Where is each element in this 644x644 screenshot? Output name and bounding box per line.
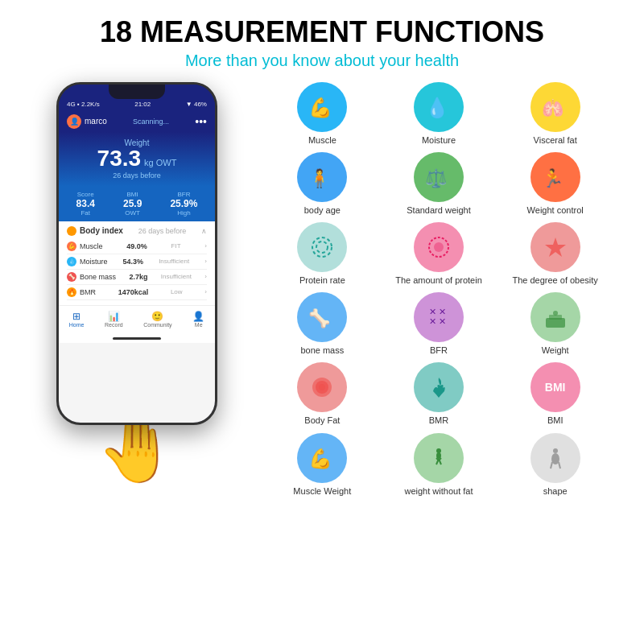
hand-decoration: 🤚 [56,417,217,481]
svg-text:🦴: 🦴 [308,308,331,329]
muscle-icon: 💪 [67,242,76,251]
icon-shape: shape [498,433,612,497]
shape-circle [530,433,580,483]
metric-bone-mass[interactable]: 🦴 Bone mass 2.7kg Insufficient › [67,270,207,285]
body-index-section: Body index 26 days before ∧ 💪 Muscle [59,221,215,305]
stat-bfr: BFR 25.9% High [170,191,197,217]
nav-home[interactable]: ⊞ Home [69,311,85,328]
bmi-label: BMI [547,415,564,426]
metric-muscle[interactable]: 💪 Muscle 49.0% FIT › [67,239,207,254]
muscle-circle: 💪 [297,82,347,132]
svg-text:⚖️: ⚖️ [425,167,448,189]
svg-point-19 [319,384,325,390]
status-right: ▼ 46% [186,101,207,108]
shape-label: shape [543,486,568,497]
nav-me[interactable]: 👤 Me [192,311,204,328]
svg-text:🫁: 🫁 [542,97,564,119]
record-icon: 📊 [105,311,123,322]
protein-rate-label: Protein rate [299,275,345,286]
avatar: 👤 [67,114,81,129]
weight-control-circle: 🏃 [530,152,580,202]
stat-score: Score 83.4 Fat [76,191,95,217]
measurement-icons-grid: 💪 Muscle 💧 Moisture 🫁 Visceral fat 🧍 [258,82,620,497]
icon-bmi: BMI BMI [498,362,612,426]
svg-text:🏃: 🏃 [542,167,564,189]
degree-obesity-label: The degree of obesity [512,275,597,286]
icon-bfr: ✕ ✕ ✕ ✕ BFR [382,292,496,356]
icon-degree-obesity: The degree of obesity [498,222,612,286]
weight-unit: kg OWT [144,158,176,167]
svg-point-7 [316,242,328,253]
body-fat-circle [297,362,347,412]
bmr-label: BMR [429,415,448,426]
metric-bmr[interactable]: 🔥 BMR 1470kcal Low › [67,285,207,300]
icon-bmr: BMR [382,362,496,426]
stat-bmi: BMI 25.9 OWT [123,191,142,217]
svg-text:✕ ✕: ✕ ✕ [429,316,446,326]
menu-dots[interactable]: ••• [195,115,207,128]
body-index-header: Body index 26 days before ∧ [67,226,207,236]
home-icon: ⊞ [69,311,85,322]
weight-control-label: Weight control [527,205,584,216]
phone-wrapper: 4G ▪ 2.2K/s 21:02 ▼ 46% 👤 marco Scanning… [24,82,250,481]
scanning-text: Scanning... [133,118,169,126]
phone-nav: ⊞ Home 📊 Record 🙂 Community [59,305,215,332]
svg-text:💪: 💪 [308,96,332,119]
phone-device: 4G ▪ 2.2K/s 21:02 ▼ 46% 👤 marco Scanning… [56,82,217,425]
svg-point-16 [553,311,558,316]
icon-visceral-fat: 🫁 Visceral fat [498,82,612,146]
body-index-title: Body index [67,226,123,236]
svg-line-29 [551,462,552,469]
weight-display: Weight 73.3 kg OWT 26 days before [59,132,215,186]
bmr-icon: 🔥 [67,287,76,297]
nav-record[interactable]: 📊 Record [105,311,123,328]
protein-rate-circle [297,222,347,272]
svg-text:✕ ✕: ✕ ✕ [429,307,446,316]
amount-protein-circle [414,222,464,272]
icon-bone-mass: 🦴 bone mass [266,292,379,356]
icon-weight: Weight [498,292,612,356]
main-title: 18 MEASUREMENT FUNCTIONS [24,16,620,48]
icon-body-age: 🧍 body age [266,152,379,216]
icon-body-fat: Body Fat [266,362,379,426]
me-icon: 👤 [192,311,204,322]
icon-weight-without-fat: weight without fat [382,433,496,497]
moisture-icon: 💧 [67,257,76,266]
weight-days: 26 days before [67,171,207,180]
svg-point-6 [312,237,332,257]
svg-text:💧: 💧 [425,96,449,119]
status-time: 21:02 [134,101,151,108]
community-icon: 🙂 [143,311,171,322]
svg-line-30 [559,462,560,469]
metric-moisture[interactable]: 💧 Moisture 54.3% Insufficient › [67,254,207,270]
status-left: 4G ▪ 2.2K/s [67,101,100,108]
collapse-icon[interactable]: ∧ [201,227,207,235]
bmi-circle: BMI [530,362,580,412]
icon-muscle-weight: 💪 Muscle Weight [266,433,379,497]
bfr-label: BFR [430,345,448,356]
body-fat-label: Body Fat [304,415,340,426]
degree-obesity-circle [530,222,580,272]
bfr-circle: ✕ ✕ ✕ ✕ [414,292,464,342]
content-area: 4G ▪ 2.2K/s 21:02 ▼ 46% 👤 marco Scanning… [24,82,620,497]
stats-row: Score 83.4 Fat BMI 25.9 OWT BFR [59,186,215,221]
phone-screen: 4G ▪ 2.2K/s 21:02 ▼ 46% 👤 marco Scanning… [59,85,215,423]
moisture-circle: 💧 [414,82,464,132]
bone-mass-label: bone mass [300,345,344,356]
phone-notch [109,85,165,99]
muscle-weight-label: Muscle Weight [293,486,351,497]
weight-without-fat-label: weight without fat [404,486,473,497]
page: 18 MEASUREMENT FUNCTIONS More than you k… [0,0,644,644]
muscle-weight-circle: 💪 [297,433,347,483]
phone-bottom-bar [59,332,215,343]
svg-marker-10 [545,237,566,257]
bmr-circle [414,362,464,412]
nav-community[interactable]: 🙂 Community [143,311,171,328]
icon-weight-control: 🏃 Weight control [498,152,612,216]
phone-frame: 4G ▪ 2.2K/s 21:02 ▼ 46% 👤 marco Scanning… [56,82,217,481]
bone-mass-circle: 🦴 [297,292,347,342]
icon-moisture: 💧 Moisture [382,82,496,146]
app-header: 👤 marco Scanning... ••• [59,111,215,132]
icon-protein-rate: Protein rate [266,222,379,286]
standard-weight-circle: ⚖️ [414,152,464,202]
